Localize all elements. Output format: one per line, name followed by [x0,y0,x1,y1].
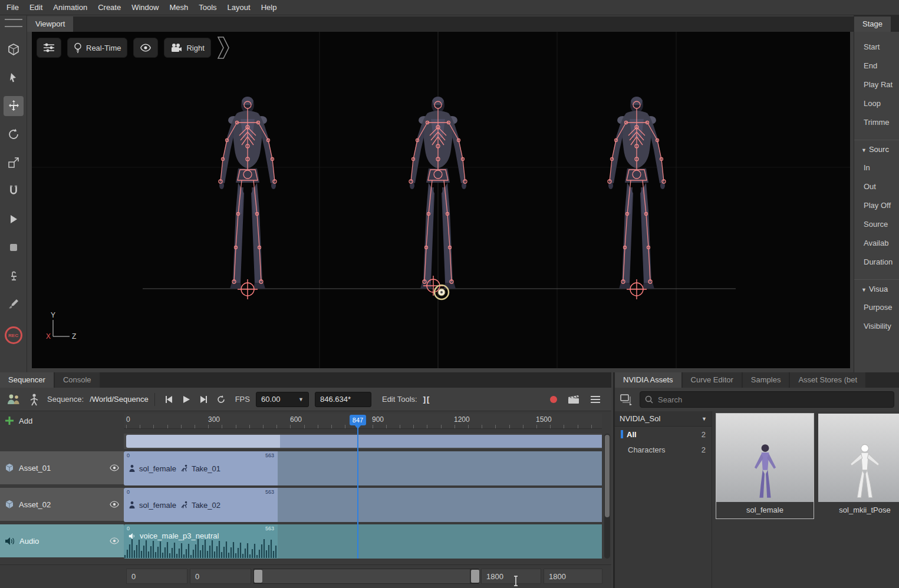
timeline-zoom-slider[interactable] [253,569,479,584]
clip-sol-female-take02[interactable]: 0 563 sol_female Take_02 [124,488,278,522]
tool-play-icon[interactable] [4,209,24,229]
view-start-field[interactable]: 0 [190,569,251,584]
tool-frame-icon[interactable] [4,237,24,257]
current-time-field[interactable]: 846.634* [315,392,371,407]
clip-hold-region[interactable] [278,524,602,559]
cube-icon [5,500,14,509]
clip-voice-male-p3-neutral[interactable]: 0 563 voice_male_p3_neutral [124,524,278,559]
tab-console[interactable]: Console [55,372,100,388]
menu-mesh[interactable]: Mesh [164,1,193,14]
playhead-frame-value: 847 [353,417,363,424]
stage-prop-purpose: Purpose [854,298,899,317]
stage-section-visual[interactable]: ▼Visua [854,279,899,298]
slider-handle-left[interactable] [254,570,262,583]
tool-move-icon[interactable] [4,96,24,116]
sequencer-pane: Sequencer Console Sequence: /World/Seque… [0,372,611,588]
tab-asset-stores[interactable]: Asset Stores (bet [790,372,865,388]
clip-length-badge: 563 [265,526,274,531]
tool-scale-icon[interactable] [4,153,24,173]
category-characters[interactable]: Characters 2 [615,442,712,457]
clapperboard-icon[interactable] [568,394,579,404]
render-mode-button[interactable]: Real-Time [67,38,127,58]
toolbar-overflow-chevron-icon[interactable] [217,37,230,59]
slider-range[interactable] [262,569,470,583]
menu-edit[interactable]: Edit [24,1,48,14]
play-icon[interactable] [182,395,190,404]
clip-hold-region[interactable] [278,451,602,485]
category-stack-icon[interactable] [620,393,634,406]
search-input[interactable] [658,395,889,404]
tab-sequencer[interactable]: Sequencer [0,372,54,388]
category-all[interactable]: All 2 [615,427,712,442]
selection-marker [621,430,623,438]
stage-prop-end: End [854,57,899,75]
track-header-asset02[interactable]: Asset_02 [0,488,124,522]
timeline-vertical-scrollbar[interactable] [604,434,610,559]
chevron-down-icon: ▼ [298,397,304,402]
track-header-audio[interactable]: Audio [0,524,124,559]
add-track-button[interactable]: Add [5,416,32,425]
menu-window[interactable]: Window [126,1,164,14]
tool-rotate-icon[interactable] [4,124,24,144]
tab-viewport[interactable]: Viewport [27,16,73,32]
asset-card-sol-mkii[interactable]: sol_mkii_tPose [818,414,899,518]
sequence-overview-strip[interactable] [124,434,602,449]
character-pose-icon[interactable] [27,393,41,406]
asset-name-label: sol_female [716,502,814,517]
overview-rest-segment[interactable] [280,435,602,448]
tab-samples[interactable]: Samples [743,372,789,388]
playhead-flag[interactable]: 847 [350,415,366,425]
record-button[interactable]: REC [5,326,22,344]
viewport-tabstrip: Viewport [27,16,854,32]
menu-animation[interactable]: Animation [48,1,93,14]
fps-dropdown[interactable]: 60.00 ▼ [256,392,309,407]
track-lane-asset02: 0 563 sol_female Take_02 [124,488,602,522]
loop-icon[interactable] [216,395,226,404]
menu-tools[interactable]: Tools [193,1,222,14]
slider-handle-right[interactable] [471,570,479,583]
tool-snap-magnet-icon[interactable] [4,181,24,201]
asset-card-sol-female[interactable]: sol_female [716,414,814,518]
camera-button[interactable]: Right [164,38,210,58]
visibility-eye-icon[interactable] [110,464,119,471]
toolbar-grip[interactable] [5,19,22,27]
hamburger-menu-icon[interactable] [590,395,601,404]
tab-stage[interactable]: Stage [854,16,891,32]
sequence-path[interactable]: /World/Sequence [90,395,149,404]
track-name: Asset_02 [19,500,51,509]
tab-nvidia-assets[interactable]: NVIDIA Assets [615,372,681,388]
clip-hold-region[interactable] [278,488,602,522]
stage-section-source[interactable]: ▼Sourc [854,140,899,158]
visibility-eye-icon[interactable] [110,537,119,544]
menu-help[interactable]: Help [256,1,282,14]
visibility-button[interactable] [133,38,158,58]
visibility-eye-icon[interactable] [110,501,119,508]
range-end-field[interactable]: 1800 [544,569,602,584]
tool-paint-brush-icon[interactable] [4,294,24,314]
menu-file[interactable]: File [1,1,24,14]
tool-cursor-icon[interactable] [4,68,24,88]
menu-layout[interactable]: Layout [222,1,256,14]
viewport-3d-view[interactable]: Real-Time Right Y [32,32,850,368]
view-end-field[interactable]: 1800 [481,569,541,584]
range-start-field[interactable]: 0 [126,569,187,584]
step-back-icon[interactable] [164,395,174,404]
menu-create[interactable]: Create [93,1,126,14]
tab-curve-editor[interactable]: Curve Editor [683,372,742,388]
viewport-settings-button[interactable] [37,38,61,58]
divider [154,393,155,406]
edit-tools-trim-icon[interactable]: ][ [423,395,431,404]
lightbulb-icon [74,42,82,53]
clip-sol-female-take01[interactable]: 0 563 sol_female Take_01 [124,451,278,485]
tool-physics-icon[interactable] [4,266,24,286]
playhead-line[interactable] [357,427,358,559]
step-forward-icon[interactable] [199,395,208,404]
scrollbar-thumb[interactable] [605,435,610,517]
overview-clip-segment[interactable] [126,435,280,448]
collection-dropdown[interactable]: NVIDIA_Sol ▼ [615,411,712,427]
track-header-asset01[interactable]: Asset_01 [0,451,124,485]
assets-people-icon[interactable] [6,393,21,406]
search-box[interactable] [640,391,894,408]
record-indicator-icon[interactable] [550,396,557,403]
tool-select-box-icon[interactable] [4,39,24,60]
